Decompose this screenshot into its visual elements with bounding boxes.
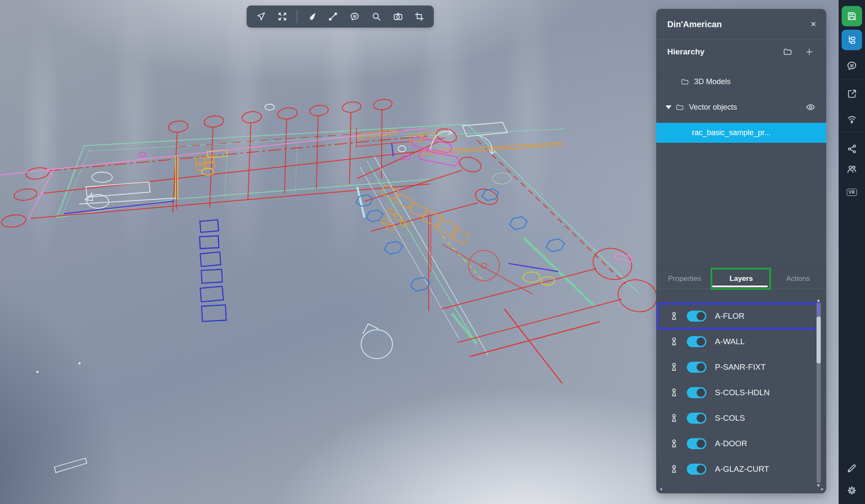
navigate-tool-button[interactable] <box>254 9 268 24</box>
panel-title: Din'American <box>667 20 811 29</box>
share-icon <box>847 144 857 154</box>
comment-tool-button[interactable] <box>347 9 362 24</box>
crop-icon <box>414 11 424 22</box>
save-floppy-icon <box>846 11 857 22</box>
users-icon <box>846 164 857 175</box>
layer-visibility-toggle[interactable] <box>687 438 706 449</box>
comments-button[interactable] <box>839 57 865 74</box>
tab-properties[interactable]: Properties <box>656 269 713 288</box>
folder-icon <box>681 78 689 86</box>
add-object-button[interactable] <box>805 48 814 56</box>
layer-row-p-sanr-fixt[interactable]: P-SANR-FIXT <box>656 356 826 378</box>
layer-visibility-toggle[interactable] <box>687 362 706 373</box>
external-link-icon <box>847 88 857 99</box>
layer-label: A-FLOR <box>715 311 745 321</box>
brush-tool-button[interactable] <box>304 9 319 24</box>
layer-visibility-toggle[interactable] <box>687 413 706 424</box>
crop-tool-button[interactable] <box>412 9 427 24</box>
layer-label: A-GLAZ-CURT <box>715 464 769 474</box>
hierarchy-label: Hierarchy <box>667 47 783 57</box>
search-icon <box>371 11 381 22</box>
expand-arrows-icon <box>277 11 287 22</box>
new-folder-button[interactable] <box>783 47 792 57</box>
layer-label: S-COLS-HDLN <box>715 388 770 397</box>
walk-person-icon[interactable] <box>669 439 679 449</box>
layer-visibility-toggle[interactable] <box>687 464 706 475</box>
comment-bubble-icon <box>350 11 360 22</box>
tree-item-vector-objects[interactable]: Vector objects <box>656 97 826 117</box>
toolbar-divider <box>840 79 863 79</box>
panel-header: Din'American × <box>656 9 826 40</box>
scroll-left-arrow[interactable]: ◂ <box>660 487 662 491</box>
layer-label: P-SANR-FIXT <box>715 362 765 372</box>
tab-actions[interactable]: Actions <box>770 269 826 288</box>
layer-label: A-DOOR <box>715 439 747 448</box>
open-external-button[interactable] <box>839 85 865 102</box>
vr-mode-button[interactable]: VR <box>839 184 865 201</box>
tree-item-label: 3D Models <box>694 77 731 86</box>
layer-row-a-wall[interactable]: A-WALL <box>656 331 826 353</box>
navigate-cursor-icon <box>256 11 266 22</box>
layer-row-a-flor[interactable]: A-FLOR <box>656 305 826 327</box>
network-status-button[interactable] <box>839 110 865 127</box>
active-tab-underline <box>711 286 768 287</box>
side-toolbar: VR <box>839 0 865 504</box>
walk-person-icon[interactable] <box>669 337 679 347</box>
measure-line-icon <box>328 11 338 22</box>
save-button[interactable] <box>842 6 862 26</box>
brush-icon <box>307 11 317 22</box>
visibility-eye-icon[interactable] <box>806 102 815 112</box>
screenshot-button[interactable] <box>391 9 405 24</box>
layer-visibility-toggle[interactable] <box>687 311 706 322</box>
walk-person-icon[interactable] <box>669 413 679 423</box>
camera-icon <box>393 11 403 22</box>
3d-viewport[interactable]: Din'American × Hierarchy 3D Models <box>0 0 839 504</box>
toolbar-divider <box>297 10 297 23</box>
gear-icon <box>846 485 857 496</box>
scroll-up-arrow[interactable]: ▲ <box>816 298 821 303</box>
layers-vertical-scrollbar[interactable] <box>817 303 821 483</box>
layer-label: S-COLS <box>715 413 745 423</box>
measure-tool-button[interactable] <box>326 9 340 24</box>
scroll-right-arrow[interactable]: ▸ <box>821 487 824 491</box>
pencil-icon <box>846 463 857 474</box>
caret-down-icon[interactable] <box>666 105 672 109</box>
walk-person-icon[interactable] <box>669 464 679 474</box>
wifi-icon <box>846 113 857 125</box>
viewer-toolbar <box>247 6 434 28</box>
search-tool-button[interactable] <box>369 9 384 24</box>
edit-button[interactable] <box>839 460 865 477</box>
layer-label: A-WALL <box>715 337 745 346</box>
layer-row-a-door[interactable]: A-DOOR <box>656 433 826 455</box>
fit-view-button[interactable] <box>275 9 290 24</box>
walk-person-icon[interactable] <box>669 388 679 398</box>
scroll-down-arrow[interactable]: ▼ <box>816 483 821 488</box>
folder-icon <box>783 47 792 57</box>
app-window: Din'American × Hierarchy 3D Models <box>0 0 865 504</box>
vr-icon: VR <box>847 189 857 196</box>
hierarchy-tree-icon <box>846 34 857 45</box>
layer-visibility-toggle[interactable] <box>687 387 706 398</box>
collaborators-button[interactable] <box>839 161 865 178</box>
object-panel: Din'American × Hierarchy 3D Models <box>656 9 826 493</box>
close-icon[interactable]: × <box>811 20 816 29</box>
scrollbar-thumb[interactable] <box>817 317 821 363</box>
walk-person-icon[interactable] <box>669 362 679 372</box>
tree-item-3d-models[interactable]: 3D Models <box>656 72 826 91</box>
hierarchy-panel-button[interactable] <box>842 30 862 50</box>
layer-visibility-toggle[interactable] <box>687 336 706 347</box>
comment-bubble-icon <box>846 60 857 71</box>
folder-icon <box>676 103 684 111</box>
layer-row-s-cols[interactable]: S-COLS <box>656 407 826 429</box>
walk-person-icon[interactable] <box>669 311 679 321</box>
tree-item-selected-object[interactable]: rac_basic_sample_pr... <box>656 123 826 143</box>
toolbar-divider <box>840 132 863 133</box>
share-button[interactable] <box>839 140 865 157</box>
tree-item-label: rac_basic_sample_pr... <box>692 128 771 137</box>
settings-button[interactable] <box>839 482 865 499</box>
layer-row-a-glaz-curt[interactable]: A-GLAZ-CURT <box>656 458 826 480</box>
tree-item-label: Vector objects <box>689 103 737 112</box>
layer-row-s-cols-hdln[interactable]: S-COLS-HDLN <box>656 382 826 404</box>
hierarchy-header: Hierarchy <box>656 40 826 64</box>
plus-icon <box>805 48 814 56</box>
